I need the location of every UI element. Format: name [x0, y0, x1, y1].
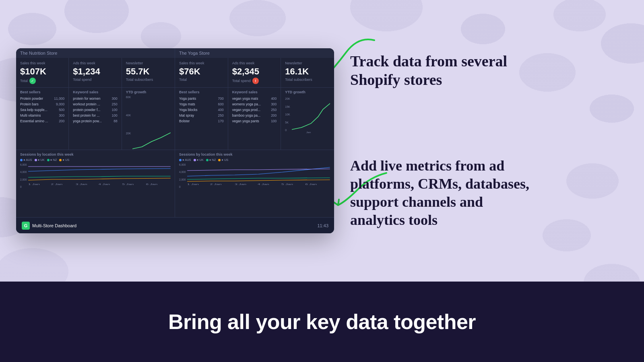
nutrition-ads-value: $1,234 [73, 66, 117, 77]
footer-time: 11:43 [317, 223, 328, 228]
nutrition-ads-label: Ads this week [73, 61, 117, 65]
nutrition-newsletter-number: 55.7K [126, 66, 150, 77]
nutrition-sales-card: Sales this week $107K Total ✓ [16, 58, 69, 87]
list-item: Protein powder 11,000 [20, 96, 64, 101]
yoga-sales-card: Sales this week $76K Total [175, 58, 228, 87]
yoga-store-header: The Yoga Store [175, 48, 334, 58]
svg-text:5 Jan: 5 Jan [122, 183, 134, 185]
yoga-legend-nz: ● NZ [206, 158, 216, 162]
svg-text:1 Jan: 1 Jan [187, 183, 199, 185]
nutrition-newsletter-card: Newsletter 55.7K Total subscribers [122, 58, 175, 87]
svg-text:3 Jan: 3 Jan [76, 183, 87, 185]
svg-text:1 Jan: 1 Jan [28, 183, 40, 185]
nutrition-keyword-panel: Keyword sales protein for women 300 work… [69, 88, 122, 150]
list-item: womens yoga pa... 300 [232, 101, 277, 107]
nutrition-sales-label: Sales this week [20, 61, 64, 65]
svg-text:Jan: Jan [306, 131, 311, 134]
yoga-ytd-title: YTD growth [285, 90, 330, 94]
promo-bottom-text: Add live metrics from adplatforms, CRMs,… [350, 157, 628, 229]
nutrition-ads-sub: Total spend [73, 78, 117, 82]
yoga-sessions-title: Sessions by location this week [179, 152, 330, 156]
yoga-ads-label: Ads this week [232, 61, 277, 65]
yoga-store-section: The Yoga Store Sales this week $76K Tota… [175, 48, 334, 217]
yoga-best-sellers-panel: Best sellers Yoga pants 700 Yoga mats 60… [175, 88, 228, 150]
yoga-ads-number: $2,345 [232, 66, 259, 77]
right-content: Track data from severalShopify stores Ad… [350, 44, 628, 237]
list-item: Yoga pants 700 [179, 96, 224, 101]
list-item: Essential amino ... 200 [20, 118, 64, 124]
nutrition-ytd-title: YTD growth [126, 90, 171, 94]
yoga-newsletter-card: Newsletter 16.1K Total subscribers [281, 58, 334, 87]
yoga-sessions-chart: 1 Jan 2 Jan 3 Jan 4 Jan 5 Jan 6 Jan [187, 163, 330, 185]
nutrition-sessions-panel: Sessions by location this week ● AUS ● U… [16, 150, 175, 191]
dashboard-footer: G Multi-Store Dashboard 11:43 [16, 217, 334, 233]
svg-text:2 Jan: 2 Jan [51, 183, 63, 185]
nutrition-newsletter-value: 55.7K [126, 66, 171, 77]
svg-text:5 Jan: 5 Jan [281, 183, 293, 185]
yoga-ytd-panel: YTD growth 20K 15K 10K 5K 0 J [281, 88, 334, 150]
list-item: protein powder f... 100 [73, 107, 117, 113]
yoga-ads-card: Ads this week $2,345 Total spend ! [228, 58, 281, 87]
nutrition-ytd-chart-svg: Feb Apr [132, 121, 171, 150]
dashboard-mockup: The Nutrition Store Sales this week $107… [16, 48, 334, 233]
legend-uk: ● UK [35, 158, 45, 162]
svg-text:6 Jan: 6 Jan [305, 183, 317, 185]
list-item: Sea kelp supple... 500 [20, 107, 64, 113]
tagline: Bring all your key data together [168, 310, 476, 334]
yoga-sessions-panel: Sessions by location this week ● AUS ● U… [175, 150, 334, 191]
bottom-section: Bring all your key data together [0, 282, 644, 362]
yoga-newsletter-label: Newsletter [285, 61, 330, 65]
promo-top-text: Track data from severalShopify stores [350, 52, 628, 89]
yoga-metrics-row: Sales this week $76K Total Ads this week… [175, 58, 334, 88]
list-item: Yoga mats 600 [179, 101, 224, 107]
red-alert-badge: ! [252, 78, 259, 84]
svg-text:6 Jan: 6 Jan [146, 183, 158, 185]
list-item: best protein for ... 100 [73, 113, 117, 118]
list-item: bamboo yoga pa... 200 [232, 113, 277, 118]
list-item: workout protein ... 250 [73, 101, 117, 107]
yoga-legend-uk: ● UK [194, 158, 204, 162]
nutrition-best-sellers-panel: Best sellers Protein powder 11,000 Prote… [16, 88, 69, 150]
yoga-newsletter-number: 16.1K [285, 66, 309, 77]
list-item: Protein bars 9,000 [20, 101, 64, 107]
yoga-keyword-panel: Keyword sales vegan yoga mats 400 womens… [228, 88, 281, 150]
nutrition-store-section: The Nutrition Store Sales this week $107… [16, 48, 175, 217]
nutrition-newsletter-label: Newsletter [126, 61, 171, 65]
yoga-best-sellers-title: Best sellers [179, 90, 224, 94]
yoga-ads-sub: Total spend ! [232, 78, 277, 84]
yoga-keyword-title: Keyword sales [232, 90, 277, 94]
nutrition-best-sellers-title: Best sellers [20, 90, 64, 94]
legend-nz: ● NZ [47, 158, 57, 162]
green-check-badge: ✓ [29, 78, 36, 84]
stores-grid: The Nutrition Store Sales this week $107… [16, 48, 334, 217]
footer-logo-icon: G [22, 222, 30, 230]
legend-aus: ● AUS [20, 158, 32, 162]
yoga-newsletter-value: 16.1K [285, 66, 330, 77]
list-item: Bolster 170 [179, 118, 224, 124]
yoga-legend-us: ● US [218, 158, 228, 162]
legend-us: ● US [59, 158, 69, 162]
list-item: Yoga blocks 400 [179, 107, 224, 113]
yoga-sales-sub: Total [179, 78, 224, 82]
list-item: vegan yoga pants 100 [232, 118, 277, 124]
nutrition-newsletter-sub: Total subscribers [126, 78, 171, 82]
yoga-newsletter-sub: Total subscribers [285, 78, 330, 82]
nutrition-ytd-panel: YTD growth 60K 40K 20K 0 Feb [122, 88, 175, 150]
svg-text:2 Jan: 2 Jan [210, 183, 222, 185]
footer-brand: G Multi-Store Dashboard [22, 222, 76, 230]
list-item: protein for women 300 [73, 96, 117, 101]
yoga-sales-value: $76K [179, 66, 224, 77]
yoga-legend-aus: ● AUS [179, 158, 191, 162]
svg-text:4 Jan: 4 Jan [258, 183, 269, 185]
nutrition-sessions-legend: ● AUS ● UK ● NZ ● US [20, 158, 171, 162]
footer-brand-name: Multi-Store Dashboard [32, 223, 76, 228]
nutrition-store-header: The Nutrition Store [16, 48, 175, 58]
nutrition-ads-card: Ads this week $1,234 Total spend [69, 58, 122, 87]
nutrition-metrics-row: Sales this week $107K Total ✓ Ads this w… [16, 58, 175, 88]
nutrition-sales-value: $107K [20, 66, 64, 77]
nutrition-keyword-title: Keyword sales [73, 90, 117, 94]
yoga-sales-label: Sales this week [179, 61, 224, 65]
list-item: Multi vitamins 300 [20, 113, 64, 118]
list-item: Mat spray 250 [179, 113, 224, 118]
nutrition-content-row: Best sellers Protein powder 11,000 Prote… [16, 88, 175, 150]
